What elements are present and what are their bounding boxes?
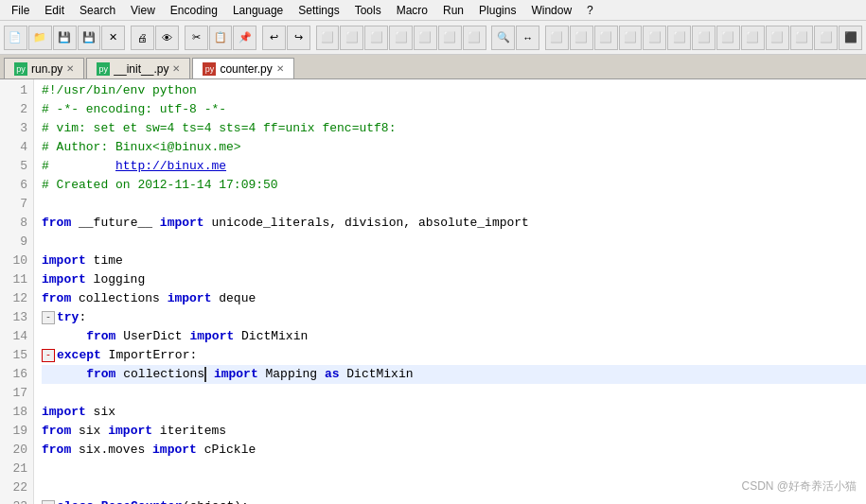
menu-encoding[interactable]: Encoding (163, 2, 225, 19)
fold-except[interactable]: - (42, 349, 55, 362)
code-line-21 (42, 460, 866, 478)
code-line-10: import time (42, 252, 866, 270)
tab-run-py[interactable]: py run.py ✕ (4, 58, 84, 78)
toolbar-replace[interactable]: ↔ (516, 26, 539, 50)
tab-bar: py run.py ✕ py __init__.py ✕ py counter.… (0, 55, 866, 79)
app-window: File Edit Search View Encoding Language … (0, 0, 866, 504)
menu-help[interactable]: ? (579, 2, 601, 19)
tab-init-py[interactable]: py __init__.py ✕ (86, 58, 190, 78)
menu-file[interactable]: File (4, 2, 37, 19)
toolbar-new[interactable]: 📄 (4, 26, 27, 50)
toolbar-b8[interactable]: ⬜ (545, 26, 569, 50)
toolbar-b12[interactable]: ⬜ (643, 26, 666, 50)
toolbar-print-preview[interactable]: 👁 (155, 26, 179, 50)
code-line-2: # -*- encoding: utf-8 -*- (42, 100, 866, 119)
tab-label-init: __init__.py (114, 62, 168, 76)
toolbar-b20[interactable]: ⬛ (839, 26, 862, 50)
menu-settings[interactable]: Settings (291, 2, 346, 19)
code-line-12: from collections import deque (42, 289, 866, 308)
toolbar: 📄 📁 💾 💾 ✕ 🖨 👁 ✂ 📋 📌 ↩ ↪ ⬜ ⬜ ⬜ ⬜ ⬜ ⬜ ⬜ 🔍 … (0, 21, 866, 55)
toolbar-find[interactable]: 🔍 (491, 26, 515, 50)
toolbar-save[interactable]: 💾 (53, 26, 77, 50)
fold-class[interactable]: - (42, 500, 55, 504)
tab-icon-counter: py (203, 62, 216, 76)
code-line-11: import logging (42, 270, 866, 289)
code-line-13: - try : (42, 308, 866, 327)
menu-plugins[interactable]: Plugins (471, 2, 523, 19)
code-line-20: from six.moves import cPickle (42, 441, 866, 460)
menu-tools[interactable]: Tools (347, 2, 389, 19)
toolbar-b6[interactable]: ⬜ (438, 26, 462, 50)
menu-search[interactable]: Search (72, 2, 123, 19)
tab-close-init[interactable]: ✕ (172, 63, 180, 74)
code-line-3: # vim: set et sw=4 ts=4 sts=4 ff=unix fe… (42, 119, 866, 138)
toolbar-b17[interactable]: ⬜ (766, 26, 789, 50)
toolbar-b18[interactable]: ⬜ (790, 26, 814, 50)
toolbar-b19[interactable]: ⬜ (814, 26, 838, 50)
menu-macro[interactable]: Macro (389, 2, 435, 19)
tab-counter-py[interactable]: py counter.py ✕ (192, 58, 293, 78)
toolbar-b11[interactable]: ⬜ (619, 26, 643, 50)
toolbar-undo[interactable]: ↩ (262, 26, 286, 50)
toolbar-b2[interactable]: ⬜ (340, 26, 363, 50)
tab-icon-run: py (14, 62, 27, 76)
toolbar-cut[interactable]: ✂ (185, 26, 208, 50)
menu-run[interactable]: Run (435, 2, 471, 19)
code-line-7 (42, 195, 866, 214)
toolbar-b9[interactable]: ⬜ (570, 26, 593, 50)
menu-window[interactable]: Window (523, 2, 579, 19)
code-line-14: from UserDict import DictMixin (42, 327, 866, 346)
menubar: File Edit Search View Encoding Language … (0, 0, 866, 21)
code-line-19: from six import iteritems (42, 422, 866, 441)
menu-edit[interactable]: Edit (37, 2, 72, 19)
menu-view[interactable]: View (123, 2, 163, 19)
line-numbers: 1 2 3 4 5 6 7 8 9 10 11 12 13 14 15 16 1… (0, 79, 34, 504)
toolbar-b1[interactable]: ⬜ (316, 26, 340, 50)
code-line-23: - class BaseCounter ( object ): (42, 497, 866, 504)
menu-language[interactable]: Language (225, 2, 291, 19)
toolbar-b7[interactable]: ⬜ (463, 26, 486, 50)
toolbar-print[interactable]: 🖨 (131, 26, 154, 50)
toolbar-copy[interactable]: 📋 (209, 26, 233, 50)
code-line-1: #!/usr/bin/env python (42, 81, 866, 100)
toolbar-close[interactable]: ✕ (101, 26, 125, 50)
code-line-17 (42, 384, 866, 403)
toolbar-b16[interactable]: ⬜ (741, 26, 765, 50)
fold-try[interactable]: - (42, 311, 55, 324)
tab-label-counter: counter.py (220, 62, 272, 76)
code-line-6: # Created on 2012-11-14 17:09:50 (42, 176, 866, 195)
code-line-5: # http://binux.me (42, 157, 866, 176)
toolbar-save-all[interactable]: 💾 (78, 26, 101, 50)
toolbar-b15[interactable]: ⬜ (716, 26, 740, 50)
tab-label-run: run.py (31, 62, 62, 76)
code-content[interactable]: #!/usr/bin/env python # -*- encoding: ut… (34, 79, 866, 504)
code-line-8: from __future__ import unicode_literals,… (42, 214, 866, 233)
code-line-16: from collections import Mapping as DictM… (42, 365, 866, 384)
toolbar-b3[interactable]: ⬜ (364, 26, 388, 50)
toolbar-paste[interactable]: 📌 (233, 26, 256, 50)
toolbar-b10[interactable]: ⬜ (594, 26, 618, 50)
code-line-15: - except ImportError : (42, 346, 866, 365)
toolbar-b13[interactable]: ⬜ (667, 26, 691, 50)
toolbar-redo[interactable]: ↪ (287, 26, 310, 50)
code-line-18: import six (42, 403, 866, 422)
toolbar-b14[interactable]: ⬜ (692, 26, 716, 50)
toolbar-b5[interactable]: ⬜ (414, 26, 437, 50)
toolbar-open[interactable]: 📁 (28, 26, 52, 50)
tab-icon-init: py (97, 62, 110, 76)
tab-close-run[interactable]: ✕ (66, 63, 74, 74)
code-line-4: # Author: Binux<i@binux.me> (42, 138, 866, 157)
watermark: CSDN @好奇养活小猫 (741, 478, 857, 495)
toolbar-b4[interactable]: ⬜ (389, 26, 413, 50)
editor: 1 2 3 4 5 6 7 8 9 10 11 12 13 14 15 16 1… (0, 79, 866, 504)
tab-close-counter[interactable]: ✕ (276, 63, 284, 74)
code-line-9 (42, 233, 866, 252)
